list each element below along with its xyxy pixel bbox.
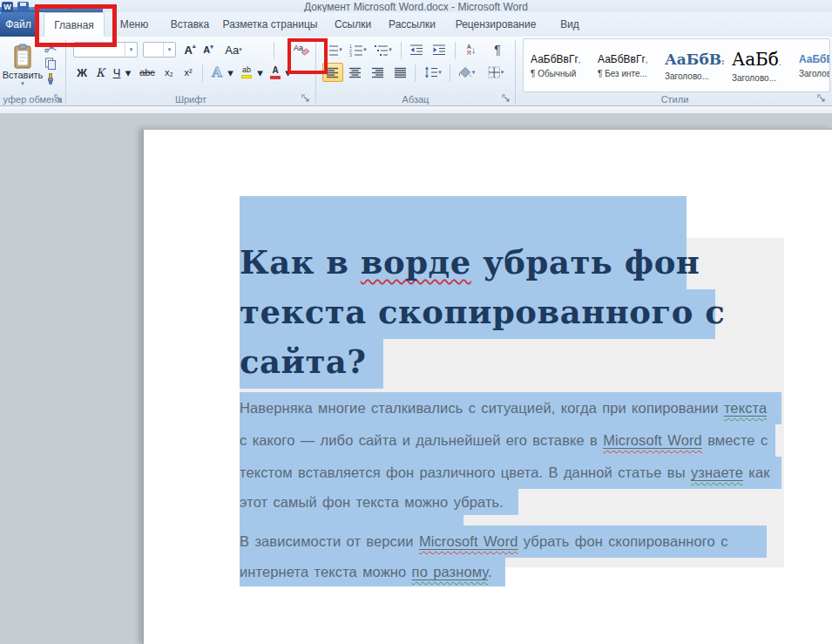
text-effects-button[interactable]: А	[207, 63, 227, 82]
align-center-icon	[349, 67, 362, 78]
justify-button[interactable]	[390, 63, 411, 82]
style-label: Заголово...	[799, 69, 830, 78]
tab-file[interactable]: Файл	[0, 12, 37, 37]
ribbon-bottom-strip	[0, 106, 832, 114]
style-card[interactable]: АаБб.Заголово...	[732, 49, 793, 83]
style-preview: АаБбВвГг	[799, 53, 830, 65]
doc-line[interactable]: текстом вставляется фон различного цвета…	[240, 457, 781, 489]
tab-view[interactable]: Вид	[551, 12, 589, 37]
small-separator	[415, 64, 416, 82]
underline-dropdown-arrow[interactable]: ▾	[124, 63, 132, 82]
sort-button[interactable]: АЯ ↓	[460, 40, 483, 59]
doc-text: Как в	[240, 243, 361, 281]
doc-text: с какого — либо сайта и дальнейшей его в…	[240, 432, 603, 448]
selected-blank-line[interactable]	[240, 196, 687, 240]
doc-line[interactable]: интернета текста можно по разному.	[240, 558, 505, 586]
font-size-combobox[interactable]: ▾	[143, 42, 176, 58]
ribbon-tab-row: Файл Главная Меню Вставка Разметка стран…	[0, 12, 832, 37]
italic-button[interactable]: К	[92, 63, 108, 82]
line-spacing-button[interactable]: ▾	[420, 63, 446, 82]
tab-review[interactable]: Рецензирование	[448, 12, 544, 37]
group-font: ▾ ▾ А▴ А▾ Аа▾ Аа Ж К Ч ▾ abc x₂ x² А ▾	[68, 37, 314, 106]
font-name-dropdown-arrow[interactable]: ▾	[125, 43, 137, 57]
doc-text: Наверняка многие сталкивались с ситуацие…	[240, 400, 724, 416]
font-dialog-launcher[interactable]	[301, 94, 311, 104]
group-clipboard: Вставить ▾ уфер обмена	[0, 37, 65, 106]
format-painter-button[interactable]	[42, 72, 59, 86]
paragraph-dialog-launcher[interactable]	[502, 94, 511, 104]
text-effects-dropdown-arrow[interactable]: ▾	[227, 63, 234, 82]
doc-text: как	[743, 464, 770, 480]
borders-button[interactable]: ▾	[483, 63, 509, 82]
multilevel-list-button[interactable]: ▾	[371, 40, 396, 59]
group-paragraph: ▾ 123 ▾ ▾	[317, 37, 514, 106]
grow-font-button[interactable]: А▴	[181, 40, 199, 59]
decrease-indent-button[interactable]	[406, 40, 427, 59]
show-marks-button[interactable]: ¶	[488, 40, 507, 59]
copy-icon	[44, 58, 57, 70]
doc-line[interactable]: Наверняка многие сталкивались с ситуацие…	[240, 392, 781, 424]
style-card[interactable]: АаБбВвГгЗаголово...	[799, 53, 830, 78]
style-card[interactable]: АаБбВ:Заголово...	[665, 51, 726, 81]
doc-line[interactable]: Как в ворде убрать фон	[240, 240, 687, 289]
word-window: { "window": { "title": "Документ Microso…	[0, 0, 832, 644]
superscript-button[interactable]: x²	[179, 63, 197, 82]
font-size-dropdown-arrow[interactable]: ▾	[163, 43, 175, 57]
style-card[interactable]: АаБбВвГг,¶ Без инте...	[598, 53, 659, 78]
style-card[interactable]: АаБбВвГг,¶ Обычный	[531, 53, 592, 78]
tab-page-layout[interactable]: Разметка страницы	[220, 12, 321, 37]
tab-references[interactable]: Ссылки	[329, 12, 376, 37]
underlined-word: узнаете	[691, 464, 743, 480]
subscript-button[interactable]: x₂	[160, 63, 178, 82]
align-right-button[interactable]	[368, 63, 389, 82]
small-separator	[455, 42, 456, 59]
doc-line[interactable]: с какого — либо сайта и дальнейшей его в…	[240, 424, 775, 457]
underline-button[interactable]: Ч	[110, 63, 124, 82]
style-label: Заголово...	[665, 71, 709, 81]
highlight-color-button[interactable]: ab	[237, 63, 256, 82]
shrink-font-button[interactable]: А▾	[200, 40, 216, 59]
change-case-button[interactable]: Аа▾	[221, 40, 246, 59]
small-separator	[274, 42, 274, 59]
align-center-button[interactable]	[345, 63, 366, 82]
doc-text: текста скопированного с	[240, 293, 725, 331]
bold-button[interactable]: Ж	[73, 63, 91, 82]
paste-button[interactable]: Вставить ▾	[5, 40, 40, 91]
annotation-box-home-tab	[35, 4, 117, 47]
align-right-icon	[372, 67, 384, 78]
small-separator	[450, 64, 450, 82]
highlight-dropdown-arrow[interactable]: ▾	[256, 63, 264, 82]
selected-blank-line[interactable]	[240, 515, 463, 525]
doc-line[interactable]: этот самый фон текста можно убрать.	[240, 489, 518, 515]
highlight-color-bar	[241, 75, 252, 78]
clipboard-dialog-launcher[interactable]	[54, 94, 64, 104]
small-separator	[202, 64, 203, 82]
paste-dropdown-arrow[interactable]: ▾	[21, 80, 24, 87]
paragraph-group-label: Абзац	[317, 94, 514, 105]
line-spacing-icon	[424, 66, 438, 78]
styles-dialog-launcher[interactable]	[817, 94, 827, 104]
increase-indent-button[interactable]	[429, 40, 450, 59]
clipboard-icon	[12, 44, 33, 70]
tab-menu[interactable]: Меню	[110, 12, 159, 37]
numbering-button[interactable]: 123 ▾	[347, 40, 369, 59]
paste-label: Вставить	[3, 70, 44, 80]
doc-text: убрать фон скопированного с	[518, 533, 728, 549]
strikethrough-button[interactable]: abc	[136, 63, 159, 82]
shading-button[interactable]: ▾	[453, 63, 479, 82]
numbered-list-icon: 123	[349, 44, 363, 57]
copy-button[interactable]	[42, 57, 59, 71]
font-color-button[interactable]: А	[267, 63, 284, 82]
style-preview: АаБбВвГг,	[598, 53, 648, 65]
tab-insert[interactable]: Вставка	[164, 12, 216, 37]
doc-line[interactable]: сайта?	[240, 339, 383, 389]
small-separator	[401, 42, 402, 59]
font-color-bar	[270, 76, 281, 79]
decrease-indent-icon	[409, 44, 423, 57]
ribbon: Вставить ▾ уфер обмена	[0, 37, 832, 106]
doc-line[interactable]: текста скопированного с	[240, 289, 715, 339]
format-painter-icon	[44, 73, 57, 85]
doc-line[interactable]: В зависимости от версии Microsoft Word у…	[240, 525, 767, 558]
doc-text: интернета текста можно	[240, 564, 412, 580]
tab-mailings[interactable]: Рассылки	[383, 12, 441, 37]
